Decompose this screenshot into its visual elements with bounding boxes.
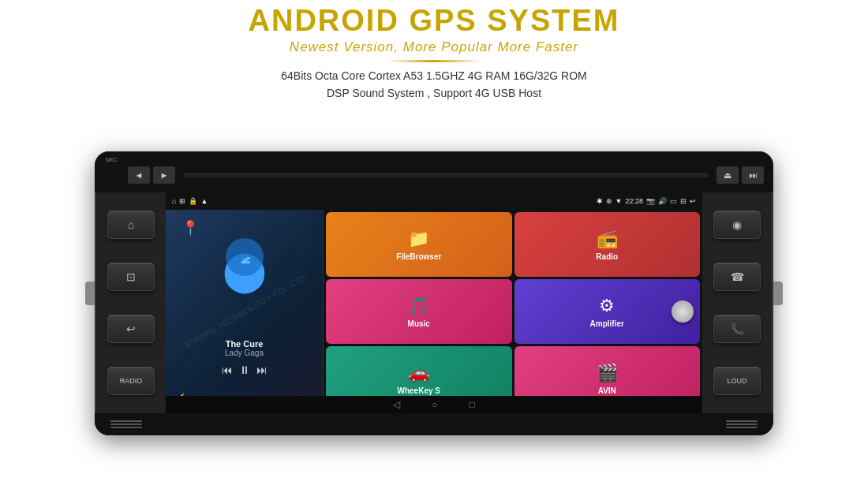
- bluetooth-music-panel: XTRONS TECHNOLOGY CO., LTD 📍 ⬤ ⦟ The Cur…: [166, 210, 324, 413]
- music-label: Music: [408, 319, 430, 328]
- nav-side-button[interactable]: ◉: [713, 211, 761, 239]
- music-icon: 🎵: [408, 296, 429, 316]
- app-tile-radio[interactable]: 📻 Radio: [514, 212, 701, 277]
- home-icon: ⌂: [128, 218, 134, 231]
- specs-text: 64Bits Octa Core Cortex A53 1.5GHZ 4G RA…: [0, 67, 868, 103]
- next-button[interactable]: ►: [153, 166, 175, 184]
- call-accept-icon: ☎: [731, 270, 744, 283]
- ff-button[interactable]: ⏭: [742, 166, 764, 184]
- loud-label: LOUD: [727, 377, 746, 385]
- wifi-status-icon: ⊕: [606, 197, 612, 205]
- top-controls-left: ◄ ►: [128, 166, 175, 184]
- page-wrapper: ANDROID GPS SYSTEM Newest Version, More …: [0, 0, 868, 485]
- android-nav-bar: ◁ ○ □: [166, 396, 702, 413]
- wheelkey-label: WheeKey S: [398, 386, 440, 395]
- song-artist: Lady Gaga: [225, 349, 264, 357]
- amplifier-knob: [672, 300, 694, 323]
- status-bar-left: ⌂ ⊞ 🔒 ▲: [172, 197, 208, 205]
- signal-status: ▲: [200, 197, 208, 205]
- back-icon: ⊡: [126, 270, 136, 283]
- radio-label: RADIO: [120, 377, 143, 385]
- grille-line: [726, 420, 758, 422]
- back-side-button[interactable]: ⊡: [107, 263, 155, 291]
- volume-status-icon: 🔊: [658, 197, 667, 205]
- grille-line: [110, 423, 142, 425]
- spec-line2: DSP Sound System , Support 4G USB Host: [0, 84, 868, 102]
- grille-line: [726, 423, 758, 425]
- prev-button[interactable]: ◄: [128, 166, 150, 184]
- wheelkey-icon: 🚗: [408, 363, 429, 383]
- radio-app-icon: 📻: [597, 229, 618, 249]
- battery-status-icon: ▭: [670, 197, 677, 205]
- cd-slot: [183, 173, 709, 177]
- bluetooth-main-icon: ⬤ ⦟: [223, 248, 267, 293]
- playback-controls: ⏮ ⏸ ⏭: [222, 364, 268, 376]
- play-prev-button[interactable]: ⏮: [222, 364, 233, 376]
- amplifier-icon: ⚙: [599, 296, 615, 316]
- grille-line: [110, 427, 142, 428]
- android-status-bar: ⌂ ⊞ 🔒 ▲ ✱ ⊕ ▼ 22:28 📷 🔊 ▭: [166, 192, 702, 210]
- app-tile-amplifier[interactable]: ⚙ Amplifier: [514, 279, 701, 344]
- nav-recent-button[interactable]: □: [470, 399, 475, 410]
- radio-button[interactable]: RADIO: [107, 367, 155, 395]
- top-controls-right: ⏏ ⏭: [716, 166, 764, 184]
- amplifier-label: Amplifier: [590, 319, 624, 328]
- play-pause-button[interactable]: ⏸: [239, 364, 250, 376]
- location-pin-icon: 📍: [181, 219, 199, 237]
- play-next-button[interactable]: ⏭: [256, 364, 268, 376]
- bluetooth-status-icon: ✱: [597, 197, 603, 205]
- grille-line: [726, 427, 758, 428]
- gold-divider: [387, 60, 481, 62]
- call-accept-button[interactable]: ☎: [713, 263, 761, 291]
- device-bottom-bar: [95, 413, 773, 435]
- filebrowser-label: FileBrowser: [396, 252, 441, 261]
- status-bar-right: ✱ ⊕ ▼ 22:28 📷 🔊 ▭ ⊟ ↩: [597, 197, 696, 205]
- grille-line: [110, 420, 142, 422]
- home-side-button[interactable]: ⌂: [107, 211, 155, 239]
- camera-status-icon: 📷: [646, 197, 655, 205]
- return-side-button[interactable]: ↩: [107, 315, 155, 343]
- nav-back-button[interactable]: ◁: [393, 399, 400, 410]
- home-status-icon: ⌂: [172, 197, 176, 205]
- main-title: ANDROID GPS SYSTEM: [0, 5, 868, 38]
- back-status-icon: ↩: [690, 197, 696, 205]
- eject-button[interactable]: ⏏: [716, 166, 739, 184]
- device-outer: MIC ◄ ► ⏏ ⏭ ⌂ ⊡: [95, 151, 773, 435]
- left-grille: [110, 420, 142, 428]
- screenshot-icon: ⊞: [179, 197, 185, 205]
- right-grille: [726, 420, 758, 428]
- side-panel-left: ⌂ ⊡ ↩ RADIO: [95, 192, 166, 413]
- svg-text:⦟: ⦟: [240, 244, 250, 268]
- subtitle: Newest Version, More Popular More Faster: [0, 39, 868, 55]
- app-grid: 📁 FileBrowser 📻 Radio 🎵 M: [324, 210, 702, 413]
- call-end-icon: 📞: [731, 323, 744, 335]
- side-panel-right: ◉ ☎ 📞 LOUD: [702, 192, 773, 413]
- avin-icon: 🎬: [597, 363, 618, 383]
- avin-label: AVIN: [598, 386, 616, 395]
- nav-home-button[interactable]: ○: [432, 399, 437, 410]
- spec-line1: 64Bits Octa Core Cortex A53 1.5GHZ 4G RA…: [0, 67, 868, 84]
- filebrowser-icon: 📁: [408, 229, 429, 249]
- signal-bar-icon: ▼: [615, 197, 623, 205]
- mic-label: MIC: [106, 156, 118, 163]
- fullscreen-status-icon: ⊟: [680, 197, 687, 205]
- screen-wrapper: ⌂ ⊞ 🔒 ▲ ✱ ⊕ ▼ 22:28 📷 🔊 ▭: [166, 192, 702, 413]
- nav-icon: ◉: [732, 218, 742, 231]
- app-tile-music[interactable]: 🎵 Music: [326, 279, 512, 344]
- device-top-bar: MIC ◄ ► ⏏ ⏭: [95, 151, 773, 192]
- status-time: 22:28: [625, 197, 643, 205]
- app-tile-filebrowser[interactable]: 📁 FileBrowser: [326, 212, 512, 277]
- title-section: ANDROID GPS SYSTEM Newest Version, More …: [0, 0, 868, 103]
- return-icon: ↩: [126, 323, 136, 335]
- device-body: ⌂ ⊡ ↩ RADIO: [95, 192, 773, 413]
- loud-button[interactable]: LOUD: [713, 367, 761, 395]
- radio-app-label: Radio: [596, 252, 618, 261]
- lock-status-icon: 🔒: [189, 197, 197, 205]
- device-area: MIC ◄ ► ⏏ ⏭ ⌂ ⊡: [79, 103, 789, 485]
- song-title: The Cure: [226, 339, 264, 349]
- android-screen: XTRONS TECHNOLOGY CO., LTD 📍 ⬤ ⦟ The Cur…: [166, 210, 702, 413]
- call-end-button[interactable]: 📞: [713, 315, 761, 343]
